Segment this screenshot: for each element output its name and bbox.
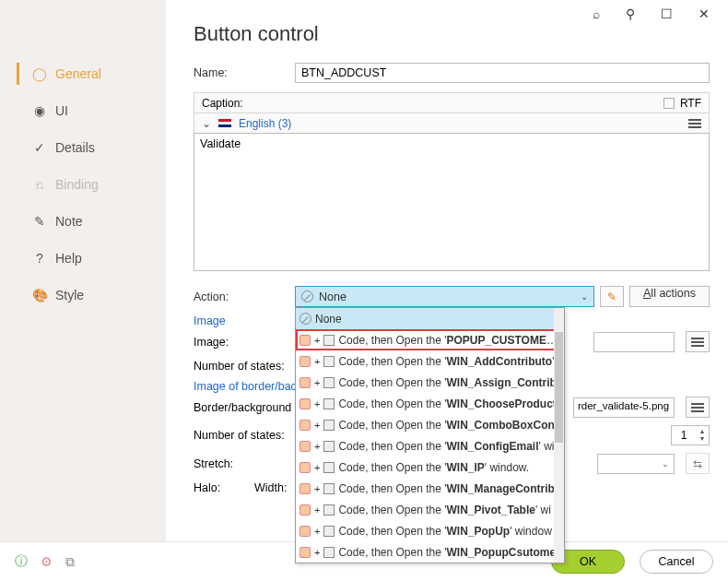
dropdown-scrollbar[interactable] <box>554 308 564 563</box>
check-icon: ✓ <box>33 141 46 154</box>
struct-icon <box>299 526 311 537</box>
window-icon <box>323 398 335 409</box>
nav-label: Help <box>55 251 82 266</box>
window-icon <box>323 377 335 388</box>
nav-note[interactable]: ✎ Note <box>0 203 166 240</box>
dropdown-item-popup-customers[interactable]: + Code, then Open the 'POPUP_CUSTOMERS' <box>296 329 564 350</box>
rtf-label: RTF <box>680 97 701 110</box>
circle-icon: ◯ <box>33 67 46 80</box>
language-link[interactable]: English (3) <box>239 117 291 130</box>
spinner-down[interactable]: ▼ <box>696 435 709 443</box>
border-menu-button[interactable] <box>686 397 710 418</box>
palette-icon: 🎨 <box>33 289 46 302</box>
plus-icon: + <box>314 377 320 388</box>
dropdown-item[interactable]: +Code, then Open the 'WIN_Assign_Contrib… <box>296 372 564 393</box>
dropdown-item[interactable]: +Code, then Open the 'WIN_IP' window. <box>296 456 564 478</box>
nav-label: Binding <box>55 177 99 192</box>
plus-icon: + <box>314 483 320 494</box>
help-icon[interactable]: ⓘ <box>15 553 28 570</box>
dropdown-item[interactable]: +Code, then Open the 'WIN_AddContributo' <box>296 350 564 372</box>
nav-help[interactable]: ? Help <box>0 240 166 277</box>
all-actions-button[interactable]: All actions <box>629 286 710 307</box>
dropdown-item[interactable]: +Code, then Open the 'WIN_PopUp' window <box>296 520 564 541</box>
window-icon <box>323 462 335 473</box>
page-title: Button control <box>194 22 710 46</box>
plus-icon: + <box>314 335 320 346</box>
nav-binding[interactable]: ⎌ Binding <box>0 166 166 203</box>
action-combo[interactable]: None ⌄ None + Code, then Open the 'POPUP… <box>295 286 594 307</box>
plus-icon: + <box>314 526 320 537</box>
stretch-options-button: ⇆ <box>686 453 710 474</box>
nav-style[interactable]: 🎨 Style <box>0 277 166 314</box>
main-panel: Button control Name: Caption: RTF ⌄ Engl… <box>166 0 728 541</box>
hamburger-icon <box>691 338 704 347</box>
dropdown-item[interactable]: +Code, then Open the 'WIN_PopupCsutome' <box>296 541 564 563</box>
none-icon <box>299 313 311 325</box>
caption-input[interactable]: Validate <box>194 133 710 271</box>
cancel-button[interactable]: Cancel <box>640 550 713 574</box>
states-spinner[interactable]: ▲▼ <box>671 425 710 445</box>
language-bar[interactable]: ⌄ English (3) <box>194 113 710 133</box>
struct-icon <box>299 420 311 431</box>
dropdown-item[interactable]: +Code, then Open the 'WIN_Pivot_Table' w… <box>296 499 564 520</box>
dropdown-item[interactable]: +Code, then Open the 'WIN_ManageContrib' <box>296 478 564 499</box>
action-value: None <box>319 290 346 303</box>
rtf-checkbox[interactable] <box>663 98 675 109</box>
nav-label: Details <box>55 140 95 155</box>
window-icon <box>323 335 335 346</box>
window-icon <box>323 526 335 537</box>
struct-icon <box>299 504 311 516</box>
window-icon <box>323 441 335 452</box>
image-menu-button[interactable] <box>686 331 710 352</box>
copy-icon[interactable]: ⧉ <box>65 554 75 570</box>
preset-wizard-button[interactable]: ✎ <box>600 286 624 307</box>
tree-icon[interactable]: ⚙ <box>41 554 53 569</box>
plus-icon: + <box>314 398 320 409</box>
plus-icon: + <box>314 441 320 452</box>
border-path-input[interactable]: rder_validate-5.png <box>573 397 675 418</box>
caption-header: Caption: RTF <box>194 92 710 113</box>
dropdown-item-none[interactable]: None <box>296 308 564 329</box>
name-label: Name: <box>194 66 295 79</box>
halo-label: Halo: <box>194 481 249 494</box>
window-icon <box>323 356 335 367</box>
pencil-icon: ✎ <box>33 215 46 228</box>
plus-icon: + <box>314 420 320 431</box>
chevron-down-icon[interactable]: ⌄ <box>581 291 588 302</box>
help-icon: ? <box>33 252 46 265</box>
struct-icon <box>299 483 311 494</box>
struct-icon <box>299 377 311 388</box>
nav-label: General <box>55 66 101 81</box>
dropdown-item[interactable]: +Code, then Open the 'WIN_ChooseProduct' <box>296 393 564 414</box>
hamburger-icon <box>691 403 704 412</box>
chevron-down-icon[interactable]: ⌄ <box>202 117 211 130</box>
plus-icon: + <box>314 504 320 516</box>
dropdown-item[interactable]: +Code, then Open the 'WIN_ComboBoxCon' <box>296 414 564 435</box>
link-icon: ⎌ <box>33 178 46 191</box>
struct-icon <box>299 547 311 558</box>
caption-label: Caption: <box>202 97 243 110</box>
plus-icon: + <box>314 462 320 473</box>
nav-general[interactable]: ◯ General <box>0 55 166 92</box>
struct-icon <box>299 356 311 367</box>
stretch-combo[interactable]: ⌄ <box>597 454 675 474</box>
sidebar: ◯ General ◉ UI ✓ Details ⎌ Binding ✎ Not… <box>0 0 166 541</box>
name-input[interactable] <box>295 63 710 83</box>
struct-icon <box>299 398 311 409</box>
spinner-up[interactable]: ▲ <box>696 428 709 435</box>
nav-ui[interactable]: ◉ UI <box>0 92 166 129</box>
hamburger-icon[interactable] <box>688 119 701 128</box>
window-icon <box>323 420 335 431</box>
states-value[interactable] <box>672 429 696 442</box>
dropdown-item[interactable]: +Code, then Open the 'WIN_ConfigEmail' w… <box>296 435 564 456</box>
plus-icon: + <box>314 547 320 558</box>
nav-details[interactable]: ✓ Details <box>0 129 166 166</box>
none-icon <box>301 290 313 302</box>
action-dropdown: None + Code, then Open the 'POPUP_CUSTOM… <box>295 307 565 563</box>
image-path-input[interactable] <box>593 332 675 352</box>
nav-label: UI <box>55 103 68 118</box>
struct-icon <box>299 335 311 346</box>
plus-icon: + <box>314 356 320 367</box>
window-icon <box>323 504 335 516</box>
eye-icon: ◉ <box>33 104 46 117</box>
